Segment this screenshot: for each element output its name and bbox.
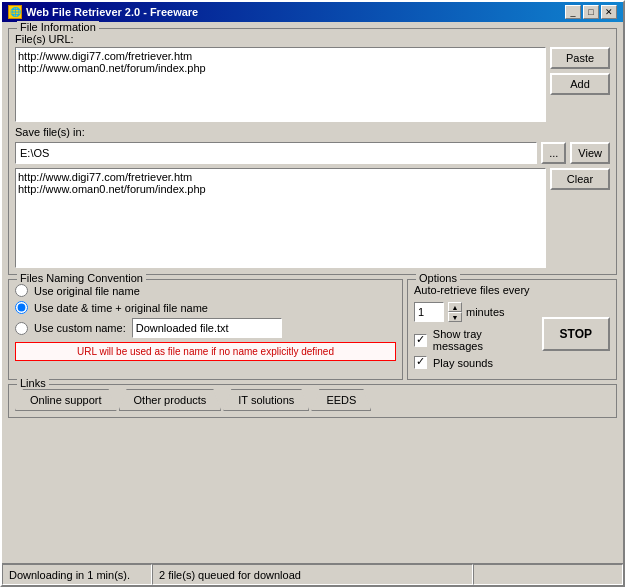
file-info-group: File Information File(s) URL: http://www… (8, 28, 617, 275)
links-label: Links (17, 377, 49, 389)
url-textarea[interactable]: http://www.digi77.com/fretriever.htm htt… (15, 47, 546, 122)
main-window: 🌐 Web File Retriever 2.0 - Freeware _ □ … (0, 0, 625, 587)
minutes-input[interactable] (414, 302, 444, 322)
radio-row-2: Use date & time + original file name (15, 301, 396, 314)
status-section-3 (473, 564, 623, 585)
close-button[interactable]: ✕ (601, 5, 617, 19)
radio-custom[interactable] (15, 322, 28, 335)
stop-button[interactable]: STOP (542, 317, 610, 351)
url-label: File(s) URL: (15, 33, 610, 45)
status-bar: Downloading in 1 min(s). 2 file(s) queue… (2, 563, 623, 585)
log-row: http://www.digi77.com/fretriever.htm htt… (15, 168, 610, 268)
radio-row-1: Use original file name (15, 284, 396, 297)
window-title: Web File Retriever 2.0 - Freeware (26, 6, 198, 18)
auto-retrieve-row: Auto-retrieve files every (414, 284, 534, 296)
radio-custom-label: Use custom name: (34, 322, 126, 334)
options-right: STOP (542, 284, 610, 373)
status-section-1: Downloading in 1 min(s). (2, 564, 152, 585)
save-path-row: ... View (15, 142, 610, 164)
minutes-label: minutes (466, 306, 505, 318)
radio-datetime-label: Use date & time + original file name (34, 302, 208, 314)
window-controls: _ □ ✕ (565, 5, 617, 19)
url-notice: URL will be used as file name if no name… (15, 342, 396, 361)
tab-other-products[interactable]: Other products (119, 389, 222, 411)
naming-group: Files Naming Convention Use original fil… (8, 279, 403, 380)
show-tray-label: Show tray messages (433, 328, 534, 352)
middle-row: Files Naming Convention Use original fil… (8, 279, 617, 380)
radio-row-3: Use custom name: (15, 318, 396, 338)
tab-it-solutions[interactable]: IT solutions (223, 389, 309, 411)
save-row: Save file(s) in: (15, 126, 610, 138)
clear-button[interactable]: Clear (550, 168, 610, 190)
radio-original-label: Use original file name (34, 285, 140, 297)
naming-label: Files Naming Convention (17, 272, 146, 284)
log-textarea[interactable]: http://www.digi77.com/fretriever.htm htt… (15, 168, 546, 268)
add-button[interactable]: Add (550, 73, 610, 95)
maximize-button[interactable]: □ (583, 5, 599, 19)
title-bar: 🌐 Web File Retriever 2.0 - Freeware _ □ … (2, 2, 623, 22)
play-sounds-label: Play sounds (433, 357, 493, 369)
paste-button[interactable]: Paste (550, 47, 610, 69)
play-sounds-row: Play sounds (414, 356, 534, 369)
tab-online-support[interactable]: Online support (15, 389, 117, 411)
links-group: Links Online support Other products IT s… (8, 384, 617, 418)
file-info-label: File Information (17, 21, 99, 33)
custom-name-input[interactable] (132, 318, 282, 338)
status-section-2: 2 file(s) queued for download (152, 564, 473, 585)
show-tray-checkbox[interactable] (414, 334, 427, 347)
radio-original[interactable] (15, 284, 28, 297)
tab-eeds[interactable]: EEDS (311, 389, 371, 411)
view-button[interactable]: View (570, 142, 610, 164)
log-buttons: Clear (550, 168, 610, 190)
options-group: Options Auto-retrieve files every ▲ ▼ (407, 279, 617, 380)
show-tray-row: Show tray messages (414, 328, 534, 352)
minimize-button[interactable]: _ (565, 5, 581, 19)
save-label: Save file(s) in: (15, 126, 85, 138)
links-tabs: Online support Other products IT solutio… (15, 389, 610, 411)
options-inner: Auto-retrieve files every ▲ ▼ minutes (414, 284, 610, 373)
options-label: Options (416, 272, 460, 284)
spinner-down[interactable]: ▼ (448, 312, 462, 322)
app-icon: 🌐 (8, 5, 22, 19)
save-path-input[interactable] (15, 142, 537, 164)
url-row: http://www.digi77.com/fretriever.htm htt… (15, 47, 610, 122)
play-sounds-checkbox[interactable] (414, 356, 427, 369)
browse-button[interactable]: ... (541, 142, 566, 164)
spinner-up[interactable]: ▲ (448, 302, 462, 312)
auto-retrieve-input-row: ▲ ▼ minutes (414, 302, 534, 322)
url-buttons: Paste Add (550, 47, 610, 95)
auto-retrieve-label: Auto-retrieve files every (414, 284, 530, 296)
options-left: Auto-retrieve files every ▲ ▼ minutes (414, 284, 534, 373)
window-content: File Information File(s) URL: http://www… (2, 22, 623, 563)
minutes-spinner: ▲ ▼ (448, 302, 462, 322)
radio-datetime[interactable] (15, 301, 28, 314)
